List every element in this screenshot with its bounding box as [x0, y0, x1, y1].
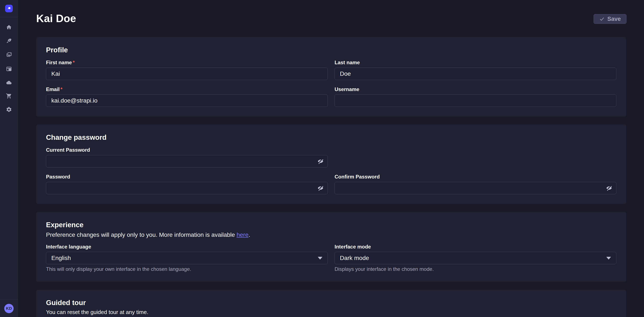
interface-mode-label: Interface mode	[334, 244, 616, 250]
chevron-down-icon	[318, 257, 322, 260]
sidebar-item-content-manager[interactable]	[3, 35, 15, 47]
username-label: Username	[334, 86, 616, 92]
eye-slash-icon	[606, 185, 612, 191]
interface-language-label: Interface language	[46, 244, 328, 250]
interface-language-hint: This will only display your own interfac…	[46, 266, 328, 272]
interface-language-value: English	[51, 255, 71, 262]
email-input[interactable]	[46, 94, 328, 107]
main-content: Kai Doe Save Profile First name*	[18, 0, 644, 317]
sidebar-item-cloud[interactable]	[3, 77, 15, 89]
last-name-label: Last name	[334, 59, 616, 65]
cloud-icon	[6, 80, 12, 86]
first-name-label: First name*	[46, 59, 328, 65]
strapi-admin-app: KD Kai Doe Save Profile First name*	[0, 0, 644, 317]
profile-card: Profile First name* Last name	[36, 37, 626, 117]
more-information-link[interactable]: here	[236, 232, 248, 238]
toggle-password-visibility-button[interactable]	[316, 183, 325, 193]
toggle-confirm-password-visibility-button[interactable]	[604, 183, 614, 193]
first-name-field-group: First name*	[46, 59, 328, 80]
last-name-field-group: Last name	[334, 59, 616, 80]
save-button-label: Save	[607, 16, 621, 22]
username-field-group: Username	[334, 86, 616, 107]
interface-language-field-group: Interface language English This will onl…	[46, 244, 328, 272]
shopping-cart-icon	[6, 93, 12, 99]
home-icon	[6, 24, 12, 30]
toggle-current-password-visibility-button[interactable]	[316, 157, 325, 166]
settings-sections: Profile First name* Last name	[36, 37, 626, 317]
current-password-field-group: Current Password	[46, 147, 328, 167]
feather-icon	[6, 38, 12, 44]
sidebar-item-marketplace[interactable]	[3, 90, 15, 102]
interface-mode-field-group: Interface mode Dark mode Displays your i…	[334, 244, 616, 272]
interface-mode-select[interactable]: Dark mode	[334, 252, 616, 264]
change-password-section-title: Change password	[46, 133, 616, 141]
password-label: Password	[46, 174, 328, 180]
images-icon	[6, 52, 12, 58]
guided-tour-description: You can reset the guided tour at any tim…	[46, 309, 616, 316]
user-avatar[interactable]: KD	[4, 304, 14, 313]
email-label: Email*	[46, 86, 328, 92]
eye-slash-icon	[317, 158, 324, 164]
sidebar-divider-top	[0, 17, 18, 17]
profile-section-title: Profile	[46, 46, 616, 54]
current-password-label: Current Password	[46, 147, 328, 153]
current-password-input[interactable]	[46, 155, 328, 167]
sidebar-item-home[interactable]	[3, 21, 15, 33]
eye-slash-icon	[317, 185, 324, 191]
change-password-card: Change password Current Password	[36, 124, 626, 204]
check-icon	[599, 16, 604, 22]
sidebar-item-content-type-builder[interactable]	[3, 63, 15, 75]
confirm-password-field-group: Confirm Password	[334, 174, 616, 194]
first-name-input[interactable]	[46, 68, 328, 80]
required-asterisk: *	[60, 86, 62, 92]
save-button[interactable]: Save	[594, 14, 626, 24]
interface-mode-hint: Displays your interface in the chosen mo…	[334, 266, 616, 272]
page-title: Kai Doe	[36, 13, 76, 24]
strapi-logo-icon	[7, 6, 11, 11]
sidebar-item-media-library[interactable]	[3, 49, 15, 61]
empty-grid-cell	[334, 147, 616, 167]
guided-tour-section-title: Guided tour	[46, 299, 616, 307]
last-name-input[interactable]	[334, 68, 616, 80]
experience-description: Preference changes will apply only to yo…	[46, 232, 616, 238]
confirm-password-label: Confirm Password	[334, 174, 616, 180]
required-asterisk: *	[72, 59, 74, 65]
experience-card: Experience Preference changes will apply…	[36, 212, 626, 282]
sidebar: KD	[0, 0, 18, 317]
experience-section-title: Experience	[46, 221, 616, 229]
sidebar-item-settings[interactable]	[3, 104, 15, 115]
confirm-password-input[interactable]	[334, 182, 616, 194]
layout-icon	[6, 66, 12, 72]
password-field-group: Password	[46, 174, 328, 194]
username-input[interactable]	[334, 94, 616, 107]
workspace-logo-button[interactable]	[5, 5, 13, 12]
interface-language-select[interactable]: English	[46, 252, 328, 264]
interface-mode-value: Dark mode	[340, 255, 369, 262]
guided-tour-card: Guided tour You can reset the guided tou…	[36, 290, 626, 317]
sidebar-divider-bottom	[0, 299, 18, 299]
email-field-group: Email*	[46, 86, 328, 107]
password-input[interactable]	[46, 182, 328, 194]
chevron-down-icon	[606, 257, 611, 260]
gear-icon	[6, 107, 12, 113]
